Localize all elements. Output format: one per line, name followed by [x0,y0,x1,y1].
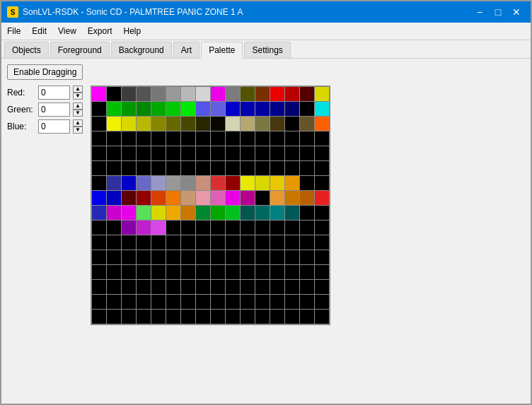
palette-cell[interactable] [92,87,106,101]
palette-cell[interactable] [92,265,106,279]
palette-cell[interactable] [255,117,270,131]
palette-cell[interactable] [241,310,255,324]
palette-cell[interactable] [92,191,106,205]
palette-cell[interactable] [315,310,329,324]
palette-cell[interactable] [181,250,195,264]
blue-input[interactable] [38,119,70,134]
palette-cell[interactable] [196,87,210,101]
palette-cell[interactable] [241,191,255,205]
palette-cell[interactable] [151,221,166,235]
palette-cell[interactable] [270,265,284,279]
palette-cell[interactable] [196,117,210,131]
palette-cell[interactable] [300,265,314,279]
palette-cell[interactable] [285,295,299,309]
palette-cell[interactable] [166,176,180,190]
palette-cell[interactable] [137,191,151,205]
palette-cell[interactable] [181,102,195,116]
palette-cell[interactable] [166,250,180,264]
palette-cell[interactable] [137,146,151,160]
palette-cell[interactable] [226,235,240,250]
palette-cell[interactable] [285,280,299,294]
palette-cell[interactable] [151,191,166,205]
palette-cell[interactable] [166,191,180,205]
palette-cell[interactable] [122,131,136,146]
palette-cell[interactable] [285,310,299,324]
palette-cell[interactable] [285,102,299,116]
palette-cell[interactable] [137,235,151,250]
palette-cell[interactable] [226,146,240,160]
palette-cell[interactable] [300,191,314,205]
palette-cell[interactable] [107,280,121,294]
palette-cell[interactable] [285,146,299,160]
palette-cell[interactable] [300,102,314,116]
palette-cell[interactable] [285,87,299,101]
palette-cell[interactable] [196,176,210,190]
palette-cell[interactable] [107,206,121,220]
palette-cell[interactable] [181,131,195,146]
palette-cell[interactable] [122,117,136,131]
palette-cell[interactable] [107,295,121,309]
palette-cell[interactable] [181,265,195,279]
palette-cell[interactable] [107,117,121,131]
palette-cell[interactable] [270,87,284,101]
palette-cell[interactable] [92,206,106,220]
palette-cell[interactable] [92,310,106,324]
palette-cell[interactable] [211,265,225,279]
palette-cell[interactable] [196,295,210,309]
palette-cell[interactable] [270,206,284,220]
palette-cell[interactable] [241,87,255,101]
palette-cell[interactable] [226,176,240,190]
palette-cell[interactable] [300,87,314,101]
red-up-button[interactable]: ▲ [73,86,83,93]
palette-cell[interactable] [122,191,136,205]
palette-cell[interactable] [166,206,180,220]
palette-cell[interactable] [300,280,314,294]
palette-cell[interactable] [300,235,314,250]
palette-cell[interactable] [211,295,225,309]
palette-cell[interactable] [315,131,329,146]
palette-cell[interactable] [241,161,255,175]
palette-cell[interactable] [137,117,151,131]
palette-cell[interactable] [255,295,270,309]
palette-cell[interactable] [181,221,195,235]
palette-cell[interactable] [107,176,121,190]
palette-cell[interactable] [196,280,210,294]
palette-cell[interactable] [211,146,225,160]
palette-cell[interactable] [166,131,180,146]
palette-cell[interactable] [315,235,329,250]
palette-cell[interactable] [270,191,284,205]
palette-cell[interactable] [241,146,255,160]
palette-cell[interactable] [196,250,210,264]
tab-palette[interactable]: Palette [201,42,243,59]
palette-cell[interactable] [255,206,270,220]
palette-cell[interactable] [122,235,136,250]
palette-cell[interactable] [226,265,240,279]
palette-cell[interactable] [300,176,314,190]
palette-cell[interactable] [166,146,180,160]
palette-cell[interactable] [92,102,106,116]
palette-cell[interactable] [181,295,195,309]
palette-cell[interactable] [241,235,255,250]
palette-cell[interactable] [226,117,240,131]
palette-cell[interactable] [255,146,270,160]
palette-cell[interactable] [211,221,225,235]
palette-cell[interactable] [151,131,166,146]
palette-cell[interactable] [137,265,151,279]
palette-cell[interactable] [241,176,255,190]
palette-cell[interactable] [92,221,106,235]
palette-cell[interactable] [211,191,225,205]
palette-cell[interactable] [300,131,314,146]
palette-cell[interactable] [270,161,284,175]
palette-cell[interactable] [181,87,195,101]
palette-cell[interactable] [151,102,166,116]
palette-cell[interactable] [181,235,195,250]
palette-cell[interactable] [181,176,195,190]
menu-help[interactable]: Help [118,24,147,38]
palette-cell[interactable] [226,280,240,294]
palette-cell[interactable] [92,295,106,309]
palette-cell[interactable] [211,176,225,190]
palette-cell[interactable] [226,102,240,116]
palette-cell[interactable] [137,176,151,190]
palette-cell[interactable] [137,87,151,101]
palette-cell[interactable] [285,117,299,131]
